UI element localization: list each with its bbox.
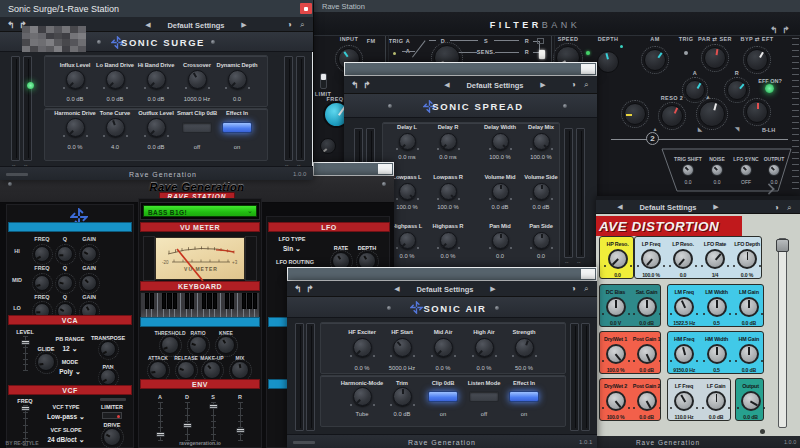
rave-station-glide-knob[interactable]	[37, 353, 55, 371]
rave-station-black-key[interactable]	[230, 293, 234, 309]
rave-station-black-key[interactable]	[185, 293, 189, 309]
rave-station-titlebar-close-button[interactable]	[378, 164, 392, 174]
rave-station-black-key[interactable]	[207, 293, 211, 309]
filterbank-small-knob[interactable]	[320, 138, 336, 154]
rave-station-black-key[interactable]	[173, 293, 177, 309]
sonic-air-knob-0-2[interactable]	[434, 338, 453, 357]
rave-station-eq-knob-1-2[interactable]	[81, 275, 97, 291]
rave-station-preset-display[interactable]: BASS B1G!⌄	[143, 205, 257, 217]
sonic-surge-contrast-icon[interactable]: ◑	[287, 20, 292, 29]
sonic-air-button-1-2[interactable]	[428, 391, 458, 402]
sonic-surge-knob-1-1[interactable]	[106, 118, 125, 137]
rave-station-black-key[interactable]	[202, 293, 206, 309]
rave-station-comp-knob-2-3[interactable]	[231, 361, 249, 379]
rave-distortion-knob[interactable]	[705, 249, 725, 269]
rave-station-mode-dropdown[interactable]: Poly ⌄	[59, 368, 81, 376]
rave-station-comp-knob-1-2[interactable]	[217, 336, 235, 354]
filterbank-depth-knob[interactable]	[597, 51, 619, 73]
rave-distortion-knob[interactable]	[608, 249, 628, 269]
rave-station-comp-knob-1-0[interactable]	[161, 336, 179, 354]
rave-distortion-knob[interactable]	[641, 249, 661, 269]
rave-station-pan-knob[interactable]	[100, 369, 116, 385]
rave-distortion-knob[interactable]	[606, 391, 626, 411]
filterbank-titlebar[interactable]: Rave Station	[314, 0, 800, 12]
sonic-air-titlebar[interactable]	[287, 267, 597, 281]
filterbank-a-knob[interactable]	[685, 80, 705, 100]
sonic-air-contrast-icon[interactable]: ◑	[571, 284, 576, 293]
rave-station-black-key[interactable]	[150, 293, 154, 309]
rave-station-black-key[interactable]	[253, 293, 257, 309]
rave-station-black-key[interactable]	[225, 293, 229, 309]
filterbank-par-ser-knob[interactable]	[704, 47, 726, 69]
rave-station-comp-knob-2-0[interactable]	[149, 361, 167, 379]
filterbank-mini-knob-3[interactable]	[768, 164, 780, 176]
sonic-air-knob-0-1[interactable]	[393, 338, 412, 357]
rave-distortion-knob[interactable]	[741, 391, 761, 411]
rave-distortion-knob[interactable]	[674, 297, 694, 317]
sonic-air-undo-icon[interactable]: ↰	[294, 284, 302, 294]
sonic-surge-preset-prev-icon[interactable]: ◀	[145, 21, 150, 29]
rave-distortion-knob[interactable]	[737, 249, 757, 269]
sonic-air-preset-next-icon[interactable]: ▶	[490, 285, 495, 293]
rave-station-vcf-type-dropdown[interactable]: Low-pass ⌄	[47, 413, 85, 421]
sonic-spread-undo-icon[interactable]: ↰	[351, 80, 359, 90]
sonic-air-knob-1-0[interactable]	[353, 387, 372, 406]
sonic-spread-preset-prev-icon[interactable]: ◀	[444, 81, 449, 89]
sonic-spread-knob-0-0[interactable]	[399, 133, 416, 150]
sonic-spread-redo-icon[interactable]: ↱	[363, 80, 371, 90]
sonic-air-knob-0-4[interactable]	[515, 338, 534, 357]
sonic-surge-knob-0-2[interactable]	[147, 70, 166, 89]
rave-station-eq-knob-0-0[interactable]	[34, 246, 50, 262]
rave-station-comp-knob-2-1[interactable]	[177, 361, 195, 379]
sonic-surge-button-1-3[interactable]	[182, 122, 212, 133]
rave-distortion-knob[interactable]	[739, 297, 759, 317]
sonic-surge-knob-0-1[interactable]	[106, 70, 125, 89]
rave-station-comp-knob-2-2[interactable]	[203, 361, 221, 379]
rave-station-black-key[interactable]	[162, 293, 166, 309]
rave-distortion-knob[interactable]	[706, 391, 726, 411]
rave-station-black-key[interactable]	[242, 293, 246, 309]
rave-station-lfo-type-dropdown[interactable]: Sin ⌄	[283, 245, 301, 253]
rave-station-black-key[interactable]	[145, 293, 149, 309]
sonic-air-magnifier-icon[interactable]: ⌕	[584, 284, 588, 294]
rave-station-comp-knob-1-1[interactable]	[189, 336, 207, 354]
sonic-spread-knob-1-3[interactable]	[533, 183, 550, 200]
sonic-air-titlebar-close-button[interactable]	[581, 269, 595, 279]
filterbank-reso2-knob[interactable]	[661, 105, 683, 127]
rave-distortion-knob[interactable]	[637, 297, 657, 317]
sonic-spread-knob-0-2[interactable]	[492, 133, 509, 150]
rave-station-black-key[interactable]	[190, 293, 194, 309]
rave-station-vcf-slope-dropdown[interactable]: 24 dB/oct ⌄	[47, 436, 84, 444]
sonic-surge-knob-1-2[interactable]	[147, 118, 166, 137]
sonic-surge-close-button[interactable]	[300, 3, 312, 14]
filterbank-r-knob[interactable]	[727, 80, 747, 100]
rave-distortion-preset-name[interactable]: Default Settings	[639, 203, 696, 212]
sonic-surge-magnifier-icon[interactable]: ⌕	[300, 20, 304, 30]
sonic-spread-knob-0-1[interactable]	[440, 133, 457, 150]
filterbank-undo-icon[interactable]: ↰	[770, 25, 778, 35]
rave-station-pb-range-dropdown[interactable]: 12 ⌄	[62, 345, 77, 353]
rave-station-transpose-knob[interactable]	[100, 341, 116, 357]
sonic-spread-titlebar[interactable]	[344, 62, 597, 76]
sonic-spread-knob-2-0[interactable]	[399, 232, 416, 249]
rave-station-titlebar[interactable]	[313, 162, 394, 176]
rave-distortion-knob[interactable]	[606, 297, 626, 317]
sonic-air-knob-0-3[interactable]	[475, 338, 494, 357]
rave-station-limiter-toggle[interactable]	[102, 412, 122, 419]
rave-distortion-knob[interactable]	[739, 344, 759, 364]
rave-station-black-key[interactable]	[167, 293, 171, 309]
rave-distortion-knob[interactable]	[673, 249, 693, 269]
filterbank-red-knob[interactable]	[746, 101, 768, 123]
rave-distortion-knob[interactable]	[707, 297, 727, 317]
filterbank-mini-knob-0[interactable]	[682, 164, 694, 176]
rave-distortion-knob[interactable]	[606, 344, 626, 364]
sonic-surge-knob-0-3[interactable]	[188, 70, 207, 89]
rave-distortion-knob[interactable]	[637, 344, 657, 364]
sonic-spread-magnifier-icon[interactable]: ⌕	[584, 80, 588, 90]
rave-distortion-knob[interactable]	[637, 391, 657, 411]
sonic-surge-titlebar[interactable]: Sonic Surge/1-Rave Station	[0, 0, 313, 17]
rave-station-eq-knob-1-0[interactable]	[34, 275, 50, 291]
sonic-air-button-1-3[interactable]	[469, 391, 499, 402]
sonic-air-redo-icon[interactable]: ↱	[306, 284, 314, 294]
filterbank-mini-knob-2[interactable]	[740, 164, 752, 176]
